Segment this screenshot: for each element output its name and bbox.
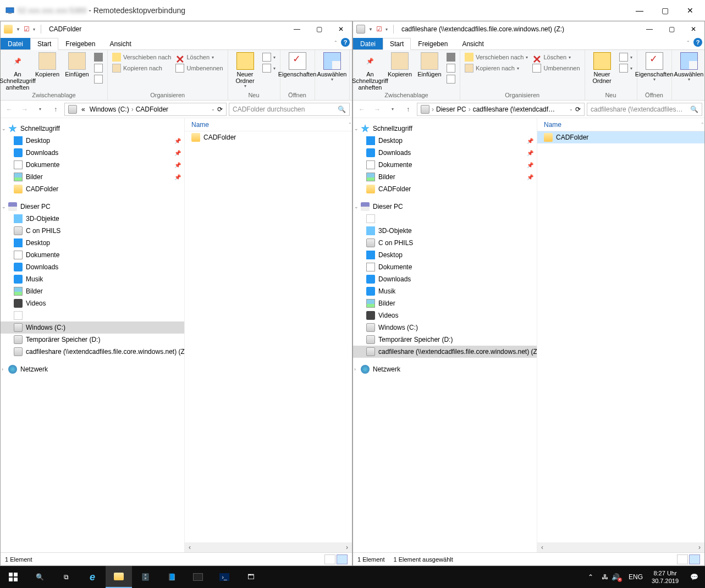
breadcrumb-item[interactable]: Dieser PC [434,106,469,113]
tab-start[interactable]: Start [30,38,58,50]
this-pc-root[interactable]: ⌄Dieser PC [1,201,184,213]
file-list-pane[interactable]: Name ⌃ CADFolder ‹› [537,118,704,552]
col-name[interactable]: Name [544,121,561,129]
new-folder-button[interactable]: Neuer Ordner▾ [230,51,260,89]
address-bar[interactable]: « Windows (C:) › CADFolder ⌄ ⟳ [64,103,227,116]
qat-checkbox-icon[interactable]: ☑ [24,25,30,33]
powershell-button[interactable]: ›_ [211,566,238,588]
forward-button[interactable]: → [18,103,31,116]
navigation-pane[interactable]: ⌄Schnellzugriff Desktop📌 Downloads📌 Doku… [1,118,185,552]
explorer-button[interactable] [106,566,132,588]
copy-path-button[interactable] [93,63,104,73]
minimize-button[interactable]: — [286,21,308,37]
help-icon[interactable]: ? [341,38,350,47]
minimize-button[interactable]: — [627,2,652,19]
nav-downloads[interactable]: Downloads📌 [1,147,184,159]
move-to-button[interactable]: Verschieben nach [111,52,172,62]
nav-videos[interactable]: Videos [1,297,184,309]
taskbar[interactable]: 🔍 ⧉ e 🗄️ 📘 ›_ 🗔 ⌃ 🖧 🔊✕ ENG 8:27 Uhr 30.7… [0,566,705,588]
nav-documents-pc[interactable]: Dokumente [353,261,537,273]
breadcrumb-item[interactable]: CADFolder [134,106,170,113]
new-item-button[interactable]: ▾ [261,52,277,62]
language-indicator[interactable]: ENG [624,573,647,581]
task-view-button[interactable]: ⧉ [53,566,79,588]
file-list-pane[interactable]: Name ⌃ CADFolder ‹› [185,118,352,552]
paste-button[interactable]: Einfügen [415,51,444,77]
paste-button[interactable]: Einfügen [62,51,92,77]
server-manager-button[interactable]: 🗄️ [132,566,158,588]
address-bar[interactable]: › Dieser PC › cadfileshare (\\extendcadf… [417,103,585,116]
title-bar[interactable]: ▼ ☑ ▾ CADFolder — ▢ ✕ [1,21,352,37]
easy-access-button[interactable]: ▾ [261,63,277,73]
address-dropdown[interactable]: ⌄ [569,107,573,112]
column-headers[interactable]: Name ⌃ [185,118,352,131]
maximize-button[interactable]: ▢ [308,21,330,37]
nav-videos[interactable]: Videos [353,309,537,321]
copy-button[interactable]: Kopieren [385,51,415,77]
tab-view[interactable]: Ansicht [102,38,138,49]
nav-downloads[interactable]: Downloads📌 [353,147,537,159]
nav-windows-c[interactable]: Windows (C:) [353,321,537,334]
start-button[interactable] [0,566,26,588]
nav-desktop-pc[interactable]: Desktop [353,249,537,261]
maximize-button[interactable]: ▢ [660,21,682,37]
nav-cadfolder[interactable]: CADFolder [1,183,184,195]
volume-icon[interactable]: 🔊✕ [612,573,620,581]
delete-button[interactable]: ✕Löschen▾ [174,52,224,62]
cut-button[interactable] [93,52,104,62]
network-root[interactable]: ›Netzwerk [1,363,184,375]
properties-button[interactable]: Eigenschaften [283,51,312,77]
clock[interactable]: 8:27 Uhr 30.7.2019 [647,569,683,585]
collapse-ribbon-icon[interactable]: ⌃ [334,40,338,45]
collapse-ribbon-icon[interactable]: ⌃ [686,40,690,45]
nav-temp-d[interactable]: Temporärer Speicher (D:) [1,334,184,346]
copy-to-button[interactable]: Kopieren nach▾ [464,63,529,73]
list-item[interactable]: CADFolder [537,131,704,143]
nav-blank[interactable] [353,213,537,225]
nav-downloads-pc[interactable]: Downloads [1,261,184,273]
horizontal-scrollbar[interactable]: ‹› [185,542,352,552]
this-pc-root[interactable]: ⌄Dieser PC [353,201,537,213]
nav-pictures-pc[interactable]: Bilder [353,297,537,309]
delete-button[interactable]: ✕Löschen▾ [531,52,581,62]
nav-c-on-phils[interactable]: C on PHILS [353,237,537,249]
chevron-down-icon[interactable]: ▼ [16,27,20,32]
properties-button[interactable]: Eigenschaften▾ [640,51,669,82]
chevron-down-icon[interactable]: ▼ [368,27,373,32]
nav-music[interactable]: Musik [1,273,184,285]
search-input[interactable]: cadfileshare (\\extendcadfiles.file.core… [587,103,702,116]
close-button[interactable]: ✕ [330,21,352,37]
search-input[interactable]: CADFolder durchsuchen 🔍 [229,103,350,116]
app-button[interactable]: 🗔 [238,566,264,588]
paste-shortcut-button[interactable] [93,74,104,84]
new-folder-button[interactable]: Neuer Ordner [587,51,617,84]
back-button[interactable]: ← [3,103,16,116]
copy-to-button[interactable]: Kopieren nach [111,63,172,73]
nav-c-on-phils[interactable]: C on PHILS [1,225,184,237]
tab-share[interactable]: Freigeben [58,38,102,49]
nav-cadfileshare[interactable]: cadfileshare (\\extendcadfiles.file.core… [353,346,537,358]
column-headers[interactable]: Name ⌃ [537,118,704,131]
nav-temp-d[interactable]: Temporärer Speicher (D:) [353,334,537,346]
nav-cadfolder[interactable]: CADFolder [353,183,537,195]
pin-to-quickaccess-button[interactable]: 📌An Schnellzugriff anheften [355,51,385,91]
horizontal-scrollbar[interactable]: ‹› [537,542,704,552]
nav-pictures[interactable]: Bilder📌 [1,171,184,183]
nav-desktop[interactable]: Desktop📌 [353,135,537,147]
breadcrumb-item[interactable]: Windows (C:) [87,106,131,113]
nav-documents[interactable]: Dokumente📌 [353,159,537,171]
network-root[interactable]: ›Netzwerk [353,363,537,375]
select-button[interactable]: Auswählen▾ [674,51,704,82]
cut-button[interactable] [445,52,456,62]
tray-expand-button[interactable]: ⌃ [584,566,597,588]
col-name[interactable]: Name [191,121,209,129]
copy-path-button[interactable] [445,63,456,73]
maximize-button[interactable]: ▢ [652,2,678,19]
tab-view[interactable]: Ansicht [455,38,491,49]
recent-dropdown[interactable]: ▾ [386,103,399,116]
copy-button[interactable]: Kopieren [32,51,62,77]
help-icon[interactable]: ? [693,38,702,47]
refresh-button[interactable]: ⟳ [217,106,223,113]
pin-to-quickaccess-button[interactable]: 📌An Schnellzugriff anheften [3,51,32,91]
address-dropdown[interactable]: ⌄ [211,107,215,112]
